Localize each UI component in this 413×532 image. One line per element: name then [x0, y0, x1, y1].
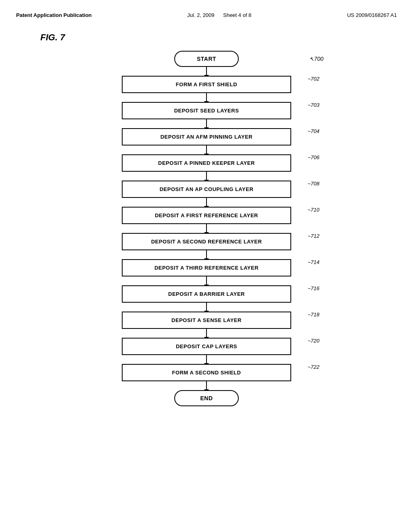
arrow-6	[206, 224, 207, 233]
node-722: FORM A SECOND SHIELD	[122, 364, 291, 381]
arrow-10	[206, 329, 207, 338]
ref-702: ~702	[308, 76, 319, 82]
ref-716: ~716	[308, 285, 319, 291]
node-706: DEPOSIT A PINNED KEEPER LAYER	[122, 154, 291, 172]
node-wrapper-720: DEPOSIT CAP LAYERS ~720	[86, 338, 327, 355]
header-date: Jul. 2, 2009	[187, 12, 214, 18]
node-wrapper-706: DEPOSIT A PINNED KEEPER LAYER ~706	[86, 154, 327, 172]
node-702: FORM A FIRST SHIELD	[122, 76, 291, 93]
node-wrapper-712: DEPOSIT A SECOND REFERENCE LAYER ~712	[86, 233, 327, 250]
page: Patent Application Publication Jul. 2, 2…	[0, 0, 413, 532]
node-720: DEPOSIT CAP LAYERS	[122, 338, 291, 355]
node-wrapper-708: DEPOSIT AN AP COUPLING LAYER ~708	[86, 181, 327, 198]
arrow-1	[206, 93, 207, 102]
arrow-12	[206, 381, 207, 390]
node-wrapper-722: FORM A SECOND SHIELD ~722	[86, 364, 327, 381]
page-header: Patent Application Publication Jul. 2, 2…	[16, 8, 397, 26]
arrow-5	[206, 198, 207, 207]
node-wrapper-718: DEPOSIT A SENSE LAYER ~718	[86, 312, 327, 329]
header-center: Jul. 2, 2009 Sheet 4 of 8	[187, 12, 251, 18]
arrow-8	[206, 276, 207, 285]
ref-703: ~703	[308, 102, 319, 108]
node-wrapper-704: DEPOSIT AN AFM PINNING LAYER ~704	[86, 128, 327, 145]
node-wrapper-702: FORM A FIRST SHIELD ~702	[86, 76, 327, 93]
ref-706: ~706	[308, 154, 319, 160]
arrow-0	[206, 67, 207, 76]
ref-720: ~720	[308, 338, 319, 344]
ref-700: ↖700	[309, 56, 323, 62]
flowchart: START ↖700 FORM A FIRST SHIELD ~702 DEPO…	[16, 47, 397, 410]
ref-718: ~718	[308, 312, 319, 318]
arrow-9	[206, 303, 207, 312]
arrow-7	[206, 250, 207, 259]
header-left: Patent Application Publication	[16, 12, 92, 18]
node-714: DEPOSIT A THIRD REFERENCE LAYER	[122, 259, 291, 276]
arrow-3	[206, 145, 207, 154]
start-wrapper: START ↖700	[86, 51, 327, 67]
ref-722: ~722	[308, 364, 319, 370]
ref-708: ~708	[308, 181, 319, 187]
end-wrapper: END	[86, 390, 327, 406]
node-703: DEPOSIT SEED LAYERS	[122, 102, 291, 119]
ref-712: ~712	[308, 233, 319, 239]
ref-710: ~710	[308, 207, 319, 213]
header-right: US 2009/0168267 A1	[347, 12, 397, 18]
node-712: DEPOSIT A SECOND REFERENCE LAYER	[122, 233, 291, 250]
arrow-2	[206, 119, 207, 128]
node-710: DEPOSIT A FIRST REFERENCE LAYER	[122, 207, 291, 224]
node-718: DEPOSIT A SENSE LAYER	[122, 312, 291, 329]
node-wrapper-714: DEPOSIT A THIRD REFERENCE LAYER ~714	[86, 259, 327, 276]
node-708: DEPOSIT AN AP COUPLING LAYER	[122, 181, 291, 198]
node-wrapper-716: DEPOSIT A BARRIER LAYER ~716	[86, 285, 327, 303]
arrow-11	[206, 355, 207, 364]
ref-714: ~714	[308, 259, 319, 265]
node-704: DEPOSIT AN AFM PINNING LAYER	[122, 128, 291, 145]
node-wrapper-703: DEPOSIT SEED LAYERS ~703	[86, 102, 327, 119]
figure-label: FIG. 7	[40, 32, 397, 43]
arrow-4	[206, 172, 207, 181]
header-sheet: Sheet 4 of 8	[223, 12, 251, 18]
node-start: START	[174, 51, 239, 67]
node-end: END	[174, 390, 239, 406]
ref-704: ~704	[308, 128, 319, 134]
node-716: DEPOSIT A BARRIER LAYER	[122, 285, 291, 303]
node-wrapper-710: DEPOSIT A FIRST REFERENCE LAYER ~710	[86, 207, 327, 224]
